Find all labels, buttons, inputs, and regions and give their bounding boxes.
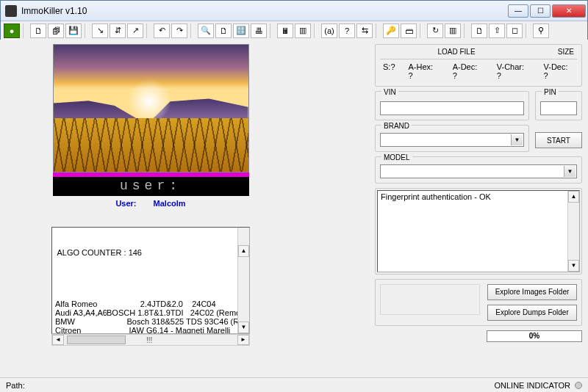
toolbar-import-button[interactable]: ↘ (92, 23, 108, 38)
toolbar-find-button[interactable]: 🔍 (198, 23, 214, 38)
decode-vchar: V-Char: ? (497, 62, 531, 80)
chevron-down-icon[interactable]: ▼ (511, 134, 523, 145)
pin-group: PIN (535, 91, 582, 120)
toolbar-help-button[interactable]: ? (339, 23, 355, 38)
decode-vdec: V-Dec: ? (544, 62, 575, 80)
online-indicator-label: ONLINE INDICATOR (495, 381, 571, 390)
algo-list-row[interactable]: Audi A3,A4,A6BOSCH 1.8T&1.9TDI 24C02 (Re… (55, 308, 246, 317)
bulb-icon (575, 382, 582, 389)
toolbar-transfer-button[interactable]: ⇆ (356, 23, 373, 38)
start-button[interactable]: START (535, 132, 582, 148)
algo-desc: Bosch 318&525 TDS 93C46 (Remove (107, 317, 246, 326)
algo-desc: 2.4JTD&2.0 24C04 (107, 300, 246, 308)
window-title: ImmoKiller v1.10 (21, 6, 506, 16)
vin-group: VIN (375, 91, 529, 120)
log-textbox[interactable]: Fingerprint authentication - OK ▲ ▼ (377, 190, 580, 272)
toolbar-doc-button[interactable]: 🗋 (471, 23, 487, 38)
explore-dumps-button[interactable]: Explore Dumps Folder (487, 305, 577, 321)
toolbar-select-button[interactable]: ◻ (506, 23, 523, 38)
toolbar-page-button[interactable]: 🗋 (215, 23, 232, 38)
scroll-down-icon[interactable]: ▼ (238, 322, 249, 333)
algo-brand: Alfa Romeo (55, 300, 107, 308)
toolbar-layout-button[interactable]: ▥ (445, 23, 461, 38)
window-titlebar: ImmoKiller v1.10 — ☐ ✕ (1, 1, 587, 21)
scroll-right-icon[interactable]: ► (237, 335, 249, 345)
algo-vertical-scrollbar[interactable]: ▲ ▼ (237, 228, 249, 333)
explore-group: Explore Images Folder Explore Dumps Fold… (375, 279, 582, 326)
model-combo[interactable]: ▼ (380, 164, 577, 178)
size-label: SIZE (530, 48, 574, 56)
log-line: Fingerprint authentication - OK (381, 192, 491, 201)
main-toolbar: ● 🗋 🗐 💾 ↘ ⇵ ↗ ↶ ↷ 🔍 🗋 🔠 🖶 🖩 ▥ (a) ? ⇆ 🔑 … (1, 21, 587, 40)
log-group: Fingerprint authentication - OK ▲ ▼ (375, 188, 582, 275)
toolbar-new-button[interactable]: 🗋 (30, 23, 46, 38)
toolbar-print-button[interactable]: 🖶 (251, 23, 267, 38)
status-bar: Path: ONLINE INDICATOR (0, 377, 588, 392)
algo-horizontal-scrollbar[interactable]: ◄ !!! ► (51, 334, 250, 346)
toolbar-up-button[interactable]: ⇧ (489, 23, 505, 38)
scroll-left-icon[interactable]: ◄ (52, 335, 64, 345)
algo-counter-header: ALGO COUNTER : 146 (55, 248, 246, 257)
scroll-up-icon[interactable]: ▲ (568, 191, 579, 203)
brand-combo[interactable]: ▼ (380, 133, 524, 147)
algo-brand: Citroen (55, 326, 107, 334)
scroll-label: !!! (146, 336, 152, 344)
algo-brand: BMW (55, 317, 107, 326)
pin-label: PIN (542, 88, 559, 96)
brand-label: BRAND (381, 122, 412, 130)
brand-group: BRAND ▼ (375, 125, 529, 152)
progress-bar: 0% (487, 330, 582, 342)
window-maximize-button[interactable]: ☐ (530, 4, 551, 18)
toolbar-refresh-button[interactable]: ↻ (427, 23, 443, 38)
algo-desc: BOSCH 1.8T&1.9TDI 24C02 (Remove (107, 308, 246, 317)
banner-text: user: (53, 175, 249, 196)
toolbar-undo-button[interactable]: ↶ (154, 23, 170, 38)
user-name: Malcolm (154, 199, 186, 208)
scroll-thumb[interactable] (67, 335, 126, 344)
toolbar-grid-button[interactable]: ▥ (295, 23, 311, 38)
toolbar-db-button[interactable]: 🗃 (401, 23, 417, 38)
decode-adec: A-Dec: ? (453, 62, 484, 80)
toolbar-info-button[interactable]: ⚲ (533, 23, 549, 38)
window-minimize-button[interactable]: — (508, 4, 528, 18)
toolbar-export-button[interactable]: ↗ (127, 23, 143, 38)
scroll-up-icon[interactable]: ▲ (238, 245, 249, 257)
pin-input[interactable] (540, 101, 577, 115)
algo-list-row[interactable]: BMW Bosch 318&525 TDS 93C46 (Remove (55, 317, 246, 326)
loadfile-label: LOAD FILE (383, 48, 530, 56)
preview-placeholder (380, 284, 480, 315)
app-icon (5, 5, 17, 17)
toolbar-open-button[interactable]: 🗐 (48, 23, 64, 38)
explore-images-button[interactable]: Explore Images Folder (487, 284, 577, 300)
toolbar-redo-button[interactable]: ↷ (171, 23, 187, 38)
chevron-down-icon[interactable]: ▼ (564, 166, 576, 177)
algo-list-row[interactable]: Alfa Romeo 2.4JTD&2.0 24C04 (55, 300, 246, 308)
window-close-button[interactable]: ✕ (552, 4, 586, 18)
splash-image (53, 44, 249, 173)
vin-label: VIN (381, 88, 398, 96)
algo-listbox[interactable]: ALGO COUNTER : 146 Alfa Romeo 2.4JTD&2.0… (51, 227, 250, 334)
vin-input[interactable] (380, 101, 524, 115)
algo-brand: Audi A3,A4,A6 (55, 308, 107, 317)
toolbar-key-button[interactable]: 🔑 (383, 23, 399, 38)
user-line: User: Malcolm (7, 199, 294, 208)
toolbar-ascii-button[interactable]: (a) (321, 23, 337, 38)
decode-s: S:? (383, 62, 395, 80)
toolbar-calc-button[interactable]: 🖩 (277, 23, 293, 38)
model-label: MODEL (381, 153, 412, 161)
algo-list-row[interactable]: Citroen IAW G6.14 - Magneti Marelli (55, 326, 246, 334)
decode-ahex: A-Hex: ? (409, 62, 440, 80)
user-label: User: (115, 199, 136, 208)
model-group: MODEL ▼ (375, 156, 582, 184)
toolbar-font-button[interactable]: 🔠 (233, 23, 249, 38)
algo-desc: IAW G6.14 - Magneti Marelli (107, 326, 246, 334)
toolbar-swap-button[interactable]: ⇵ (110, 23, 126, 38)
log-vertical-scrollbar[interactable]: ▲ ▼ (567, 191, 579, 272)
file-info-group: LOAD FILE SIZE S:? A-Hex: ? A-Dec: ? V-C… (375, 44, 582, 87)
scroll-down-icon[interactable]: ▼ (568, 260, 579, 272)
toolbar-connect-button[interactable]: ● (4, 23, 20, 38)
toolbar-save-button[interactable]: 💾 (65, 23, 82, 38)
path-label: Path: (6, 381, 25, 390)
